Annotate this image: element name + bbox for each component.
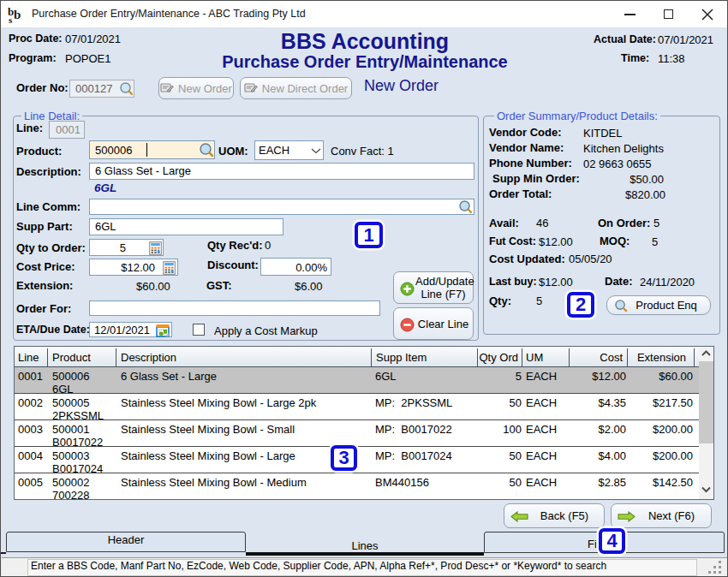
svg-text:b: b <box>14 8 21 21</box>
svg-text:s: s <box>9 15 13 24</box>
